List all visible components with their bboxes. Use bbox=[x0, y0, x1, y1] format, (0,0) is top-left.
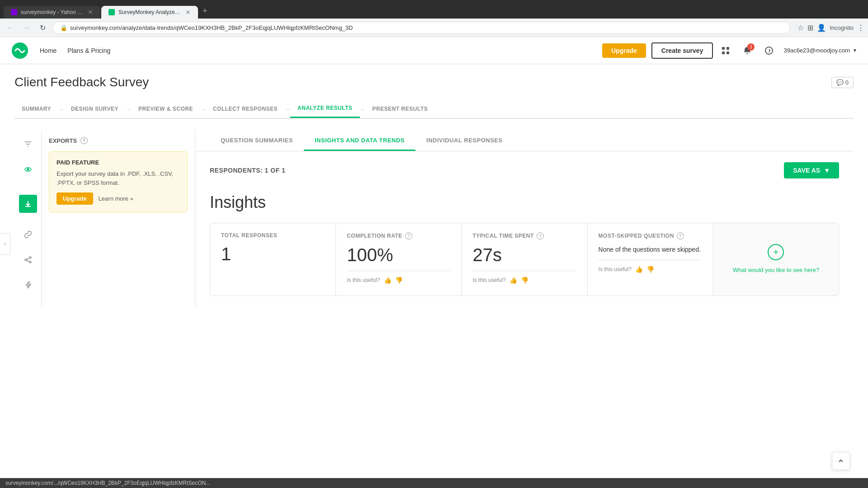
comment-icon: 💬 bbox=[836, 79, 844, 86]
main-content: QUESTION SUMMARIES INSIGHTS AND DATA TRE… bbox=[195, 130, 854, 307]
svg-point-10 bbox=[29, 261, 31, 263]
forward-button[interactable]: → bbox=[20, 21, 33, 34]
time-spent-footer: Is this useful? 👍 👎 bbox=[472, 271, 576, 284]
browser-tab-2[interactable]: SurveyMonkey Analyze - Client... ✕ bbox=[101, 6, 198, 19]
time-spent-value: 27s bbox=[472, 245, 576, 265]
step-preview-label: PREVIEW & SCORE bbox=[138, 106, 193, 112]
svg-rect-3 bbox=[722, 52, 725, 54]
placeholder-card[interactable]: + What would you like to see here? bbox=[713, 223, 839, 296]
completion-rate-label: COMPLETION RATE bbox=[347, 233, 402, 239]
more-icon[interactable]: ⋮ bbox=[857, 23, 864, 32]
browser-tab-1[interactable]: surveymonkey - Yahoo Search ✕ bbox=[4, 6, 100, 19]
step-arrow-3: → bbox=[200, 102, 206, 117]
address-bar[interactable]: 🔒 surveymonkey.com/analyze/data-trends/q… bbox=[52, 22, 790, 34]
paid-upgrade-button[interactable]: Upgrade bbox=[57, 192, 93, 205]
sub-tab-individual[interactable]: INDIVIDUAL RESPONSES bbox=[415, 130, 514, 151]
main-nav: Home Plans & Pricing bbox=[40, 47, 110, 54]
sidebar-share-icon[interactable] bbox=[21, 253, 35, 267]
bookmark-icon[interactable]: ☆ bbox=[797, 23, 804, 32]
skipped-footer: Is this useful? 👍 👎 bbox=[599, 260, 702, 273]
sidebar-link-icon[interactable] bbox=[21, 227, 35, 242]
address-text: surveymonkey.com/analyze/data-trends/qWC… bbox=[70, 24, 353, 31]
exports-help-icon[interactable]: ? bbox=[80, 137, 88, 144]
skipped-header: MOST-SKIPPED QUESTION ? bbox=[599, 232, 702, 239]
home-link[interactable]: Home bbox=[40, 47, 57, 54]
respondents-row: RESPONDENTS: 1 of 1 SAVE AS ▼ bbox=[210, 162, 839, 178]
svg-rect-1 bbox=[722, 47, 725, 50]
collapse-sidebar-button[interactable]: ‹ bbox=[0, 233, 11, 255]
reload-button[interactable]: ↻ bbox=[36, 21, 49, 34]
sidebar-bolt-icon[interactable] bbox=[21, 278, 35, 292]
create-survey-button[interactable]: Create survey bbox=[651, 42, 713, 59]
logo[interactable] bbox=[11, 42, 29, 60]
tab1-close[interactable]: ✕ bbox=[88, 9, 93, 16]
sub-tab-insights[interactable]: INSIGHTS AND DATA TRENDS bbox=[304, 130, 415, 151]
browser-tabs: surveymonkey - Yahoo Search ✕ SurveyMonk… bbox=[0, 0, 868, 19]
step-arrow-1: → bbox=[58, 102, 64, 117]
profile-icon[interactable]: 👤 bbox=[817, 23, 826, 32]
page-content: Client Feedback Survey 💬 0 SUMMARY → DES… bbox=[0, 64, 868, 318]
time-thumbs-up[interactable]: 👍 bbox=[509, 277, 517, 284]
step-collect[interactable]: COLLECT RESPONSES bbox=[206, 101, 285, 117]
completion-footer-text: Is this useful? bbox=[347, 277, 380, 283]
plans-link[interactable]: Plans & Pricing bbox=[67, 47, 110, 54]
svg-point-5 bbox=[765, 47, 773, 54]
sidebar-download-btn[interactable] bbox=[19, 195, 37, 213]
user-menu[interactable]: 39ac6e23@moodjoy.com ▼ bbox=[783, 47, 857, 54]
svg-point-8 bbox=[29, 257, 31, 258]
step-summary[interactable]: SUMMARY bbox=[14, 101, 58, 117]
comment-badge[interactable]: 💬 0 bbox=[831, 77, 854, 88]
placeholder-text: What would you like to see here? bbox=[733, 266, 820, 275]
skipped-label: MOST-SKIPPED QUESTION bbox=[599, 233, 674, 239]
new-tab-button[interactable]: + bbox=[199, 4, 213, 19]
skipped-thumbs-down[interactable]: 👎 bbox=[646, 266, 654, 273]
exports-label: EXPORTS bbox=[49, 137, 77, 144]
browser-nav-right: ☆ ⊞ 👤 Incognito ⋮ bbox=[797, 23, 864, 32]
completion-thumbs-down[interactable]: 👎 bbox=[395, 277, 403, 284]
skipped-thumbs-up[interactable]: 👍 bbox=[635, 266, 643, 273]
sidebar bbox=[14, 130, 42, 307]
skipped-help[interactable]: ? bbox=[677, 232, 684, 239]
learn-more-link[interactable]: Learn more » bbox=[99, 195, 133, 202]
page-title: Client Feedback Survey bbox=[14, 75, 149, 89]
tab2-close[interactable]: ✕ bbox=[185, 9, 191, 16]
step-analyze[interactable]: ANALYZE RESULTS bbox=[290, 100, 360, 118]
paid-feature-title: PAID FEATURE bbox=[57, 159, 180, 166]
help-icon[interactable] bbox=[762, 43, 776, 58]
step-preview[interactable]: PREVIEW & SCORE bbox=[131, 101, 200, 117]
respondents-text: RESPONDENTS: 1 of 1 bbox=[210, 167, 285, 174]
time-spent-help[interactable]: ? bbox=[537, 232, 544, 239]
time-spent-label: TYPICAL TIME SPENT bbox=[472, 233, 533, 239]
step-design[interactable]: DESIGN SURVEY bbox=[64, 101, 126, 117]
plus-circle-icon: + bbox=[768, 244, 784, 260]
step-present-label: PRESENT RESULTS bbox=[373, 106, 428, 112]
save-as-button[interactable]: SAVE AS ▼ bbox=[784, 162, 839, 178]
apps-icon[interactable] bbox=[718, 43, 733, 58]
total-responses-value: 1 bbox=[221, 244, 325, 264]
step-summary-label: SUMMARY bbox=[22, 106, 51, 112]
extension-icon[interactable]: ⊞ bbox=[807, 23, 813, 32]
sub-tab-question-summaries[interactable]: QUESTION SUMMARIES bbox=[210, 130, 304, 151]
tab2-favicon bbox=[108, 9, 115, 15]
page-title-row: Client Feedback Survey 💬 0 bbox=[14, 75, 854, 89]
svg-point-7 bbox=[27, 169, 29, 170]
paid-feature-box: PAID FEATURE Export your survey data in … bbox=[49, 151, 188, 212]
back-button[interactable]: ← bbox=[4, 21, 16, 34]
time-thumbs-down[interactable]: 👎 bbox=[521, 277, 528, 284]
completion-rate-help[interactable]: ? bbox=[405, 232, 412, 239]
time-spent-header: TYPICAL TIME SPENT ? bbox=[472, 232, 576, 239]
user-menu-chevron: ▼ bbox=[853, 48, 857, 53]
step-present[interactable]: PRESENT RESULTS bbox=[365, 101, 435, 117]
save-as-label: SAVE AS bbox=[793, 167, 820, 174]
upgrade-button[interactable]: Upgrade bbox=[602, 43, 646, 58]
step-nav: SUMMARY → DESIGN SURVEY → PREVIEW & SCOR… bbox=[14, 100, 854, 119]
notifications-icon[interactable]: 1 bbox=[740, 43, 755, 58]
total-responses-label: TOTAL RESPONSES bbox=[221, 232, 277, 239]
completion-thumbs-up[interactable]: 👍 bbox=[384, 277, 392, 284]
exports-header: EXPORTS ? bbox=[49, 137, 188, 144]
sidebar-eye-icon[interactable] bbox=[21, 162, 35, 177]
comment-count: 0 bbox=[845, 79, 849, 86]
tab1-label: surveymonkey - Yahoo Search bbox=[21, 9, 84, 15]
save-as-chevron: ▼ bbox=[824, 167, 830, 174]
sidebar-filter-icon[interactable] bbox=[21, 137, 35, 151]
